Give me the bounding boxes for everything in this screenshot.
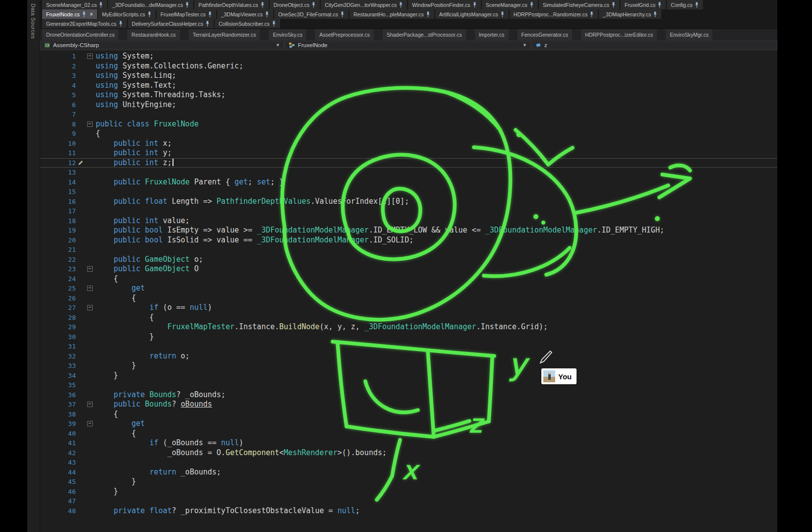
code-line-21[interactable]: 21 <box>40 245 777 255</box>
code-line-16[interactable]: 16 public float Length => PathfinderDept… <box>40 197 777 207</box>
code-line-1[interactable]: 1−using System; <box>40 52 777 61</box>
code-line-48[interactable]: 48 private float? _proximityToClosestObs… <box>40 506 777 516</box>
pin-icon[interactable] <box>208 11 212 17</box>
tab-shaderpackage-stprocessor-cs[interactable]: ShaderPackage...stProcessor.cs <box>383 29 466 40</box>
tab-fencesgenerator-cs[interactable]: FencesGenerator.cs <box>518 29 573 40</box>
code-line-20[interactable]: 20 public bool IsSolid => value == _3DFo… <box>40 236 777 245</box>
tab-restauranthook-cs[interactable]: RestaurantHook.cs <box>127 29 179 40</box>
code-line-11[interactable]: 11 public int y; <box>40 148 777 158</box>
pin-icon[interactable] <box>118 21 123 27</box>
collapse-toggle-icon[interactable]: − <box>87 266 93 272</box>
code-line-45[interactable]: 45 } <box>40 477 777 487</box>
code-line-19[interactable]: 19 public bool IsEmpty => value >= _3DFo… <box>40 226 777 236</box>
code-line-10[interactable]: 10 public int x; <box>40 139 777 149</box>
tab-droneobject-cs[interactable]: DroneObject.cs <box>270 0 320 9</box>
tab-fruxelnode-cs[interactable]: FruxelNode.cs× <box>42 9 97 19</box>
code-line-28[interactable]: 28 { <box>40 313 777 323</box>
code-line-33[interactable]: 33 } <box>40 361 777 371</box>
pin-icon[interactable] <box>82 11 86 17</box>
code-editor[interactable]: 1−using System;2using System.Collections… <box>40 51 777 532</box>
code-line-14[interactable]: 14 public FruxelNode Parent { get; set; … <box>40 177 777 187</box>
code-line-24[interactable]: 24 { <box>40 274 777 284</box>
collapse-toggle-icon[interactable]: − <box>87 54 93 59</box>
member-dropdown[interactable]: z <box>531 41 777 50</box>
code-line-40[interactable]: 40 { <box>40 429 777 439</box>
pin-icon[interactable] <box>589 11 594 17</box>
code-line-43[interactable]: 43 <box>40 458 777 468</box>
pin-icon[interactable] <box>695 2 699 8</box>
tab-fruxelgrid-cs[interactable]: FruxelGrid.cs <box>621 0 666 9</box>
collapse-toggle-icon[interactable]: − <box>87 421 93 426</box>
code-line-25[interactable]: 25− get <box>40 284 777 294</box>
code-line-39[interactable]: 39− get <box>40 419 777 429</box>
pin-icon[interactable] <box>657 2 662 8</box>
tab-generator2exportmaptools-cs[interactable]: Generator2ExportMapTools.cs <box>42 19 127 28</box>
tab-artificiallightsmanager-cs[interactable]: ArtificialLightsManager.cs <box>435 9 509 19</box>
tab-config-cs[interactable]: Config.cs <box>667 0 703 9</box>
tab-simulatedfisheyecamera-cs[interactable]: SimulatedFisheyeCamera.cs <box>539 0 620 9</box>
tab-envirosky-cs[interactable]: EnviroSky.cs <box>269 29 306 40</box>
code-line-29[interactable]: 29 FruxelMapTester.Instance.BuildNode(x,… <box>40 322 777 332</box>
code-line-23[interactable]: 23− public GameObject O <box>40 264 777 274</box>
tab-restaurantho-plemanager-cs[interactable]: RestaurantHo...pleManager.cs <box>349 9 434 19</box>
code-line-36[interactable]: 36 private Bounds? _oBounds; <box>40 390 777 400</box>
code-line-26[interactable]: 26 { <box>40 294 777 303</box>
pin-icon[interactable] <box>265 11 269 17</box>
code-line-47[interactable]: 47 <box>40 496 777 506</box>
code-line-41[interactable]: 41 if (_oBounds == null) <box>40 438 777 448</box>
tab-scenemanager-02-cs[interactable]: SceneManager_02.cs <box>42 0 107 9</box>
code-line-2[interactable]: 2using System.Collections.Generic; <box>40 61 777 71</box>
tab-citygen3dgen-torwrapper-cs[interactable]: CityGen3DGen...torWrapper.cs <box>321 0 407 9</box>
tab-windowpositionfinder-cs[interactable]: WindowPositionFinder.cs <box>408 0 480 9</box>
pin-icon[interactable] <box>260 2 265 8</box>
collapse-toggle-icon[interactable]: − <box>87 121 93 127</box>
code-line-35[interactable]: 35 <box>40 380 777 390</box>
pin-icon[interactable] <box>426 11 430 17</box>
code-line-30[interactable]: 30 } <box>40 332 777 342</box>
pin-icon[interactable] <box>147 11 152 17</box>
code-line-46[interactable]: 46 } <box>40 487 777 497</box>
code-line-34[interactable]: 34 } <box>40 371 777 381</box>
tab-fruxelmaptester-cs[interactable]: FruxelMapTester.cs <box>157 9 216 19</box>
code-line-32[interactable]: 32 return o; <box>40 352 777 361</box>
code-line-37[interactable]: 37− public Bounds? oBounds <box>40 400 777 410</box>
tab-3dmapviewer-cs[interactable]: _3DMapViewer.cs <box>217 9 273 19</box>
pin-icon[interactable] <box>185 2 189 8</box>
tab-assetpreprocessor-cs[interactable]: AssetPreprocessor.cs <box>315 29 374 40</box>
pin-icon[interactable] <box>399 2 403 8</box>
tab-droneorientationcontroller-cs[interactable]: DroneOrientationController.cs <box>42 29 118 40</box>
pin-icon[interactable] <box>340 11 345 17</box>
tab-terrainlayerrandomizer-cs[interactable]: TerrainLayerRandomizer.cs <box>189 29 260 40</box>
pin-icon[interactable] <box>500 11 505 17</box>
code-line-6[interactable]: 6using UnityEngine; <box>40 100 777 110</box>
tab-importer-cs[interactable]: Importer.cs <box>475 29 509 40</box>
code-line-8[interactable]: 8−public class FruxelNode <box>40 119 777 129</box>
collapse-toggle-icon[interactable]: − <box>87 286 93 291</box>
tab-deliverysurfaceclasshelper-cs[interactable]: DeliverySurfaceClassHelper.cs <box>128 19 214 28</box>
code-line-42[interactable]: 42 _oBounds = O.GetComponent<MeshRendere… <box>40 448 777 458</box>
code-line-31[interactable]: 31 <box>40 342 777 352</box>
pin-icon[interactable] <box>99 2 103 8</box>
collapse-toggle-icon[interactable]: − <box>87 402 93 407</box>
pin-icon[interactable] <box>272 21 276 27</box>
code-line-38[interactable]: 38 { <box>40 410 777 419</box>
tab-collisionsubscriber-cs[interactable]: CollisionSubscriber.cs <box>215 19 280 28</box>
tab-enviroskymgr-cs[interactable]: EnviroSkyMgr.cs <box>666 29 712 40</box>
tab-3dmaphierarchy-cs[interactable]: _3DMapHierarchy.cs <box>599 9 661 19</box>
code-line-7[interactable]: 7 <box>40 110 777 119</box>
tab-hdrppostproc-izereditor-cs[interactable]: HDRPPostproc...izerEditor.cs <box>581 29 657 40</box>
code-line-4[interactable]: 4using System.Text; <box>40 81 777 91</box>
pin-icon[interactable] <box>529 2 534 8</box>
pin-icon[interactable] <box>311 2 316 8</box>
code-line-17[interactable]: 17 <box>40 206 777 216</box>
tab-hdrppostproc-randomizer-cs[interactable]: HDRPPostproc...Randomizer.cs <box>510 9 598 19</box>
tab-3dfoundatio-delmanager-cs[interactable]: _3DFoundatio...delManager.cs <box>108 0 193 9</box>
code-line-12[interactable]: 12 public int z; <box>40 158 777 168</box>
tab-scenemanager-cs[interactable]: SceneManager.cs <box>482 0 538 9</box>
code-line-13[interactable]: 13 <box>40 168 777 177</box>
code-line-44[interactable]: 44 return _oBounds; <box>40 468 777 477</box>
type-dropdown[interactable]: FruxelNode ▼ <box>285 41 531 50</box>
code-line-9[interactable]: 9{ <box>40 129 777 139</box>
code-line-22[interactable]: 22 public GameObject o; <box>40 255 777 265</box>
code-line-5[interactable]: 5using System.Threading.Tasks; <box>40 90 777 100</box>
